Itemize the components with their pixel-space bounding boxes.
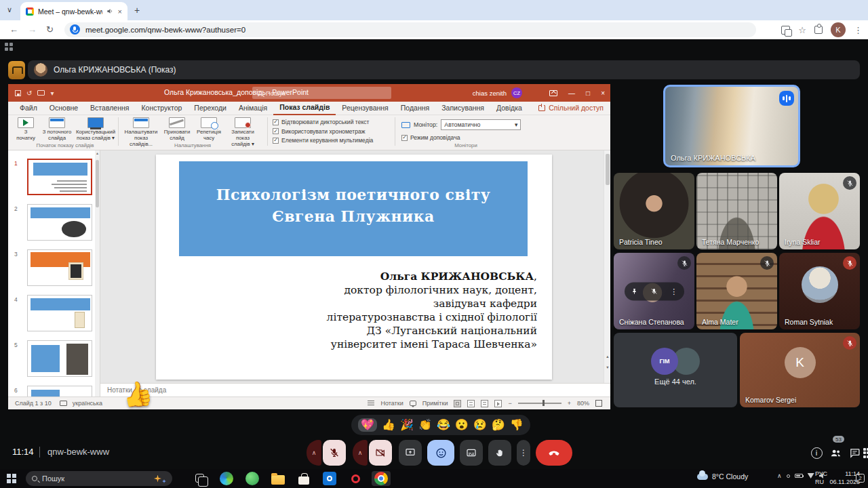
reaction-heart[interactable]: 💖	[358, 418, 377, 432]
participant-tile-main[interactable]: Ольга КРИЖАНОВСЬКА	[663, 85, 800, 167]
language-indicator[interactable]: українська	[73, 400, 102, 407]
slide-thumbnail-2[interactable]	[27, 204, 92, 241]
reaction-clap[interactable]: 👏	[418, 420, 432, 430]
address-input[interactable]: meet.google.com/qnw-bewk-www?authuser=0	[64, 22, 756, 37]
rehearse-timings-button[interactable]: Репетиція часу	[193, 117, 224, 142]
participant-tile[interactable]: Тетяна Марченко	[696, 173, 777, 249]
slideshow-icon[interactable]	[37, 90, 45, 96]
camera-toggle-button[interactable]	[369, 440, 392, 466]
tab-review[interactable]: Рецензування	[336, 102, 394, 115]
end-call-button[interactable]	[536, 440, 572, 466]
taskbar-app-edge[interactable]	[217, 471, 236, 486]
ppt-account[interactable]: chias zenith CZ	[473, 84, 522, 102]
zoom-in-icon[interactable]: +	[568, 400, 571, 407]
slide-thumbnail-5[interactable]	[27, 340, 92, 377]
participant-tile[interactable]: Patricia Tineo	[614, 173, 694, 249]
forward-icon[interactable]: →	[28, 24, 37, 35]
tab-audio-icon[interactable]	[106, 7, 114, 15]
extension-overlay-icon[interactable]	[8, 61, 25, 79]
reaction-thumbs-down[interactable]: 👎	[510, 420, 524, 430]
reading-view-button[interactable]	[481, 400, 488, 407]
reaction-surprised[interactable]: 😮	[455, 420, 469, 430]
task-view-button[interactable]	[195, 474, 204, 483]
hidden-icons-chevron[interactable]: ∧	[777, 472, 782, 479]
tab-view[interactable]: Подання	[395, 102, 435, 115]
slide-scrollbar[interactable]: ▴ ▾	[604, 150, 610, 383]
present-screen-button[interactable]	[399, 440, 422, 466]
slide-sorter-view-button[interactable]	[467, 400, 475, 407]
taskbar-search[interactable]: Пошук	[26, 471, 172, 486]
tab-transitions[interactable]: Переходи	[188, 102, 233, 115]
tab-help[interactable]: Довідка	[490, 102, 528, 115]
tab-design[interactable]: Конструктор	[135, 102, 188, 115]
tab-search-chevron-icon[interactable]: ∨	[7, 5, 12, 14]
participant-tile[interactable]: Alma Mater	[696, 253, 777, 329]
new-tab-button[interactable]: +	[134, 5, 140, 16]
slideshow-view-button[interactable]	[494, 400, 502, 407]
play-narrations-checkbox[interactable]: ✓ Відтворювати дикторський текст	[273, 119, 373, 125]
taskbar-app-outlook[interactable]	[320, 471, 339, 486]
notification-center-button[interactable]: 2	[856, 474, 865, 483]
extensions-icon[interactable]	[814, 26, 823, 34]
share-button[interactable]: Спільний доступ	[538, 104, 604, 112]
mic-options-chevron[interactable]: ∧	[307, 440, 321, 466]
notes-toggle-label[interactable]: Нотатки	[380, 400, 403, 407]
from-current-slide-button[interactable]: З поточного слайда	[39, 117, 75, 142]
tray-icon[interactable]	[787, 474, 790, 478]
monitor-dropdown[interactable]: Автоматично ▾	[441, 119, 521, 130]
tab-close-icon[interactable]: ×	[118, 7, 122, 16]
translate-icon[interactable]	[781, 26, 790, 35]
scroll-up-icon[interactable]: ▴	[95, 150, 100, 155]
raise-hand-button[interactable]	[488, 440, 511, 466]
tab-file[interactable]: Файл	[14, 102, 43, 115]
minimize-icon[interactable]: —	[568, 89, 575, 97]
pin-icon[interactable]	[631, 287, 638, 295]
taskbar-app-explorer[interactable]	[269, 471, 288, 486]
from-beginning-button[interactable]: З початку	[12, 117, 39, 142]
browser-profile-avatar[interactable]: K	[831, 22, 846, 37]
comments-toggle-label[interactable]: Примітки	[422, 400, 448, 407]
ppt-search-box[interactable]: Пошук	[252, 87, 391, 99]
shared-screen-powerpoint[interactable]: ↺ ▾ Ольга Крижановська_доповідь - PowerP…	[8, 84, 610, 409]
mute-participant-icon[interactable]	[650, 287, 658, 295]
participant-tile[interactable]: ⋮ Сніжана Степанова	[614, 253, 694, 329]
thumbnail-scrollbar[interactable]: ▴	[95, 150, 100, 396]
slide-thumbnail-4[interactable]	[27, 295, 92, 331]
previous-slide-icon[interactable]: ▴	[604, 354, 610, 359]
slide-thumbnail-6[interactable]	[27, 386, 92, 396]
comments-toggle-icon[interactable]	[410, 401, 416, 406]
tab-record[interactable]: Записування	[435, 102, 490, 115]
media-controls-checkbox[interactable]: ✓ Елементи керування мультимедіа	[273, 137, 373, 144]
notes-pane[interactable]: Нотатки до слайда	[100, 383, 610, 396]
notes-toggle-icon[interactable]	[368, 401, 374, 406]
tab-slideshow[interactable]: Показ слайдів	[273, 101, 336, 115]
mic-toggle-button[interactable]	[323, 440, 346, 466]
reaction-thinking[interactable]: 🤔	[492, 420, 505, 430]
custom-slideshow-button[interactable]: Користувацький показ слайдів ▾	[75, 117, 117, 142]
hide-slide-button[interactable]: Приховати слайд	[161, 117, 193, 142]
undo-icon[interactable]: ↺	[26, 89, 32, 97]
tab-home[interactable]: Основне	[43, 102, 84, 115]
taskbar-app-store[interactable]	[294, 471, 313, 486]
language-switcher[interactable]: РУС RU	[815, 470, 827, 486]
more-options-button[interactable]: ⋮	[517, 440, 530, 466]
slide-thumbnail-1[interactable]	[27, 159, 92, 195]
reaction-cry[interactable]: 😢	[473, 420, 487, 430]
layout-grid-icon[interactable]	[5, 43, 13, 51]
zoom-slider[interactable]	[518, 403, 561, 404]
reactions-button[interactable]	[427, 440, 454, 466]
ribbon-display-icon[interactable]	[549, 90, 557, 96]
tile-more-icon[interactable]: ⋮	[670, 287, 677, 296]
taskbar-app-opera[interactable]	[346, 471, 365, 486]
presenter-view-checkbox[interactable]: ✓ Режим доповідача	[401, 134, 521, 141]
people-button[interactable]	[826, 440, 845, 466]
activities-button[interactable]	[861, 440, 868, 466]
restore-icon[interactable]: □	[586, 89, 590, 97]
reaction-party[interactable]: 🎉	[400, 420, 414, 430]
fit-slide-icon[interactable]	[595, 400, 602, 407]
camera-options-chevron[interactable]: ∧	[353, 440, 368, 466]
mic-in-use-icon[interactable]	[70, 24, 80, 35]
reload-icon[interactable]: ↻	[46, 24, 54, 35]
qat-caret-icon[interactable]: ▾	[50, 89, 54, 97]
taskbar-app-chrome-active[interactable]	[372, 471, 391, 486]
